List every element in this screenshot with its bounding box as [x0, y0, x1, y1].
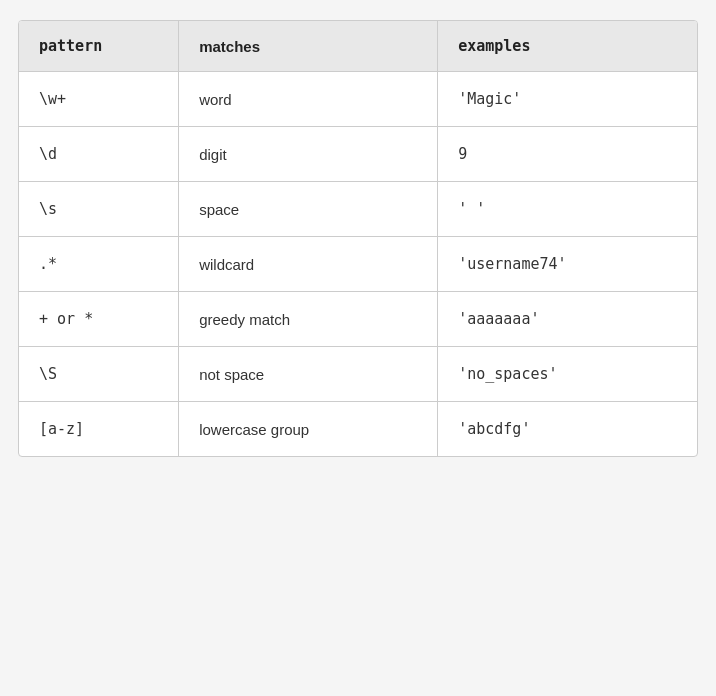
cell-matches: greedy match [179, 292, 438, 347]
cell-pattern: \s [19, 182, 179, 237]
header-pattern: pattern [19, 21, 179, 72]
table-row: .*wildcard'username74' [19, 237, 697, 292]
cell-examples: 'Magic' [438, 72, 697, 127]
cell-matches: lowercase group [179, 402, 438, 457]
cell-pattern: .* [19, 237, 179, 292]
table-row: \ddigit9 [19, 127, 697, 182]
cell-pattern: \d [19, 127, 179, 182]
cell-matches: digit [179, 127, 438, 182]
table-row: + or *greedy match'aaaaaaa' [19, 292, 697, 347]
cell-examples: ' ' [438, 182, 697, 237]
table-row: \w+word'Magic' [19, 72, 697, 127]
cell-pattern: + or * [19, 292, 179, 347]
cell-matches: word [179, 72, 438, 127]
table-header-row: pattern matches examples [19, 21, 697, 72]
cell-examples: 'no_spaces' [438, 347, 697, 402]
cell-examples: 'abcdfg' [438, 402, 697, 457]
cell-pattern: [a-z] [19, 402, 179, 457]
regex-reference-table: pattern matches examples \w+word'Magic'\… [18, 20, 698, 457]
header-matches: matches [179, 21, 438, 72]
cell-examples: 'username74' [438, 237, 697, 292]
cell-examples: 'aaaaaaa' [438, 292, 697, 347]
cell-matches: wildcard [179, 237, 438, 292]
table-row: \sspace' ' [19, 182, 697, 237]
table-row: \Snot space'no_spaces' [19, 347, 697, 402]
cell-pattern: \w+ [19, 72, 179, 127]
cell-examples: 9 [438, 127, 697, 182]
table-row: [a-z]lowercase group'abcdfg' [19, 402, 697, 457]
cell-pattern: \S [19, 347, 179, 402]
cell-matches: not space [179, 347, 438, 402]
cell-matches: space [179, 182, 438, 237]
header-examples: examples [438, 21, 697, 72]
